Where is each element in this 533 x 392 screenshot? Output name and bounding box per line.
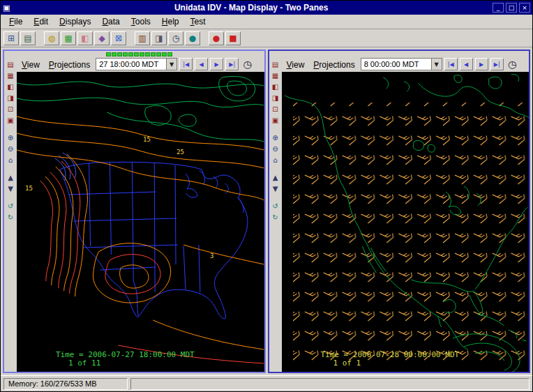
- right-pane-header: View Projections 8 00:00:00 MDT ▼ |◀ ◀ ▶…: [282, 51, 530, 72]
- cut-tool-button[interactable]: ⊠: [111, 31, 126, 45]
- chart-tool-button[interactable]: ▥: [135, 31, 150, 45]
- capture-movie-icon: ◨: [272, 95, 278, 102]
- show-dashboard-button[interactable]: ⊞: [3, 31, 19, 45]
- rotate-left-button[interactable]: ↺: [5, 201, 16, 211]
- animation-properties-button[interactable]: ◷: [241, 58, 254, 70]
- layout-grid-button[interactable]: ▦: [61, 31, 76, 45]
- toggle-wireframe-button[interactable]: ⊡: [270, 104, 281, 114]
- reset-projection-button[interactable]: ▣: [270, 115, 281, 126]
- time-select[interactable]: 27 18:00:00 MDT ▼: [96, 58, 177, 70]
- lightbulb-icon: ◍: [48, 34, 55, 43]
- chevron-down-icon: ▼: [8, 186, 13, 193]
- view-menu[interactable]: View: [283, 59, 308, 70]
- menu-data[interactable]: Data: [96, 15, 125, 28]
- home-icon: ⌂: [273, 157, 277, 164]
- field-selector-button[interactable]: ▤: [20, 31, 36, 45]
- stop-button[interactable]: ■: [225, 31, 241, 45]
- wind-barb-map-svg: [282, 72, 530, 372]
- eraser-button[interactable]: ◧: [77, 31, 93, 45]
- map-view-wind-barbs[interactable]: Time = 2006-07-28 00:00:00 MDT 1 of 1: [282, 72, 530, 372]
- draw-tool-button[interactable]: ◆: [94, 31, 110, 45]
- toggle-wireframe-button[interactable]: ⊡: [5, 104, 16, 114]
- status-message-area: [130, 378, 530, 390]
- first-frame-button[interactable]: |◀: [444, 58, 458, 70]
- caption-frame: 1 of 1: [333, 359, 460, 368]
- menubar: File Edit Displays Data Tools Help Test: [1, 15, 532, 29]
- zoom-in-button[interactable]: ⊕: [5, 133, 16, 143]
- capture-movie-button[interactable]: ◨: [5, 93, 16, 103]
- legend-toggle-button[interactable]: ▦: [270, 70, 281, 81]
- menu-test[interactable]: Test: [184, 15, 211, 28]
- menu-displays[interactable]: Displays: [54, 15, 96, 28]
- lightbulb-button[interactable]: ◍: [44, 31, 59, 45]
- frame-cell: [123, 52, 128, 56]
- wireframe-icon: ⊡: [8, 106, 13, 113]
- minimize-button[interactable]: _: [493, 3, 504, 13]
- chevron-down-icon[interactable]: ▼: [166, 59, 177, 70]
- first-frame-button[interactable]: |◀: [179, 58, 193, 70]
- field-selector-icon: ▤: [24, 34, 31, 43]
- capture-image-icon: ◧: [7, 84, 13, 91]
- layout-grid-icon: ▦: [64, 34, 72, 43]
- menu-file[interactable]: File: [3, 15, 28, 28]
- display-settings-button[interactable]: ▤: [270, 59, 281, 70]
- menu-help[interactable]: Help: [156, 15, 185, 28]
- pan-down-button[interactable]: ▼: [5, 183, 16, 194]
- time-select[interactable]: 8 00:00:00 MDT ▼: [361, 58, 442, 70]
- maximize-button[interactable]: □: [506, 3, 517, 13]
- home-view-button[interactable]: ⌂: [5, 155, 16, 165]
- chart-icon: ▥: [138, 34, 146, 43]
- globe-button[interactable]: ●: [185, 31, 200, 45]
- last-frame-button[interactable]: ▶|: [225, 58, 239, 70]
- contour-label: 15: [25, 185, 33, 192]
- pan-up-button[interactable]: ▲: [5, 172, 16, 183]
- menu-tools[interactable]: Tools: [126, 15, 156, 28]
- previous-frame-button[interactable]: ◀: [195, 58, 208, 70]
- capture-image-button[interactable]: ◧: [5, 82, 16, 92]
- pan-down-button[interactable]: ▼: [270, 183, 281, 194]
- settings-tool-button[interactable]: ◨: [151, 31, 167, 45]
- next-frame-button[interactable]: ▶: [475, 58, 488, 70]
- contour-label: 25: [177, 149, 184, 156]
- chevron-up-icon: ▲: [8, 174, 13, 181]
- map-view-contours[interactable]: 15 25 15 3 Time = 2006-07-27 18:00:00 MD…: [17, 72, 264, 372]
- capture-image-button[interactable]: ◧: [270, 82, 281, 92]
- frame-cell: [145, 52, 150, 56]
- legend-toggle-button[interactable]: ▦: [5, 70, 16, 81]
- rotate-right-icon: ↻: [8, 214, 13, 221]
- zoom-in-button[interactable]: ⊕: [270, 133, 281, 143]
- projections-menu[interactable]: Projections: [45, 59, 93, 70]
- pan-up-button[interactable]: ▲: [270, 172, 281, 183]
- frame-cell: [112, 52, 117, 56]
- zoom-out-button[interactable]: ⊖: [270, 144, 281, 154]
- record-button[interactable]: ●: [209, 31, 224, 45]
- animation-properties-button[interactable]: ◷: [506, 58, 519, 70]
- reset-projection-button[interactable]: ▣: [5, 115, 16, 126]
- last-frame-button[interactable]: ▶|: [490, 58, 504, 70]
- contour-label: 15: [143, 136, 151, 143]
- chevron-down-icon[interactable]: ▼: [431, 59, 442, 70]
- capture-movie-button[interactable]: ◨: [270, 93, 281, 103]
- view-menu[interactable]: View: [18, 59, 43, 70]
- time-value: 8 00:00:00 MDT: [361, 59, 431, 70]
- clock-tool-button[interactable]: ◷: [168, 31, 183, 45]
- capture-movie-icon: ◨: [7, 95, 13, 102]
- zoom-out-button[interactable]: ⊖: [5, 144, 16, 154]
- previous-frame-button[interactable]: ◀: [460, 58, 473, 70]
- rotate-right-button[interactable]: ↻: [5, 212, 16, 223]
- rotate-right-button[interactable]: ↻: [270, 212, 281, 223]
- home-view-button[interactable]: ⌂: [270, 155, 281, 165]
- next-frame-button[interactable]: ▶: [210, 58, 223, 70]
- left-pane-header: View Projections 27 18:00:00 MDT ▼ |◀ ◀ …: [17, 51, 264, 72]
- zoom-in-icon: ⊕: [8, 135, 13, 142]
- dashboard-icon: ⊞: [8, 34, 15, 43]
- rotate-left-button[interactable]: ↺: [270, 201, 281, 211]
- display-settings-button[interactable]: ▤: [5, 59, 16, 70]
- projections-menu[interactable]: Projections: [310, 59, 358, 70]
- statusbar: Memory: 160/276/533 MB: [1, 375, 532, 391]
- globe-icon: ●: [189, 34, 196, 43]
- menu-edit[interactable]: Edit: [28, 15, 54, 28]
- projection-icon: ▣: [272, 117, 278, 124]
- titlebar[interactable]: ▣ Unidata IDV - Map Display - Two Panes …: [1, 1, 532, 15]
- close-button[interactable]: ×: [519, 3, 530, 13]
